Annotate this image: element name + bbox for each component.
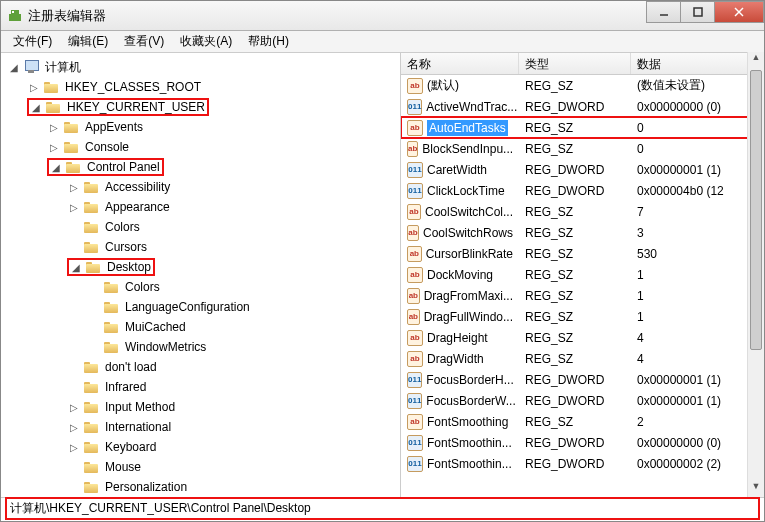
value-row[interactable]: ab(默认)REG_SZ(数值未设置): [401, 75, 764, 96]
string-value-icon: ab: [407, 141, 418, 157]
value-row[interactable]: abDragWidthREG_SZ4: [401, 348, 764, 369]
value-data: 0: [631, 121, 764, 135]
value-type: REG_DWORD: [519, 394, 631, 408]
menu-help[interactable]: 帮助(H): [240, 31, 297, 52]
maximize-button[interactable]: [680, 1, 715, 23]
tree-personalization[interactable]: Personalization: [103, 480, 189, 494]
value-row[interactable]: 011FontSmoothin...REG_DWORD0x00000000 (0…: [401, 432, 764, 453]
expand-icon[interactable]: ▷: [27, 80, 41, 94]
tree-international[interactable]: International: [103, 420, 173, 434]
value-row[interactable]: 011ActiveWndTrac...REG_DWORD0x00000000 (…: [401, 96, 764, 117]
tree-console[interactable]: Console: [83, 140, 131, 154]
scroll-down-icon[interactable]: ▼: [748, 481, 764, 497]
value-row[interactable]: 011CaretWidthREG_DWORD0x00000001 (1): [401, 159, 764, 180]
value-row[interactable]: abDragHeightREG_SZ4: [401, 327, 764, 348]
expand-icon[interactable]: ▷: [67, 400, 81, 414]
folder-icon: [104, 320, 120, 334]
tree-infrared[interactable]: Infrared: [103, 380, 148, 394]
value-row[interactable]: abCursorBlinkRateREG_SZ530: [401, 243, 764, 264]
menu-edit[interactable]: 编辑(E): [60, 31, 116, 52]
folder-icon: [84, 180, 100, 194]
string-value-icon: ab: [407, 288, 420, 304]
value-row[interactable]: 011FocusBorderH...REG_DWORD0x00000001 (1…: [401, 369, 764, 390]
value-row[interactable]: 011FontSmoothin...REG_DWORD0x00000002 (2…: [401, 453, 764, 474]
folder-icon: [84, 240, 100, 254]
tree-colors[interactable]: Colors: [103, 220, 142, 234]
menu-favorites[interactable]: 收藏夹(A): [172, 31, 240, 52]
tree-windowmetrics[interactable]: WindowMetrics: [123, 340, 208, 354]
value-type: REG_DWORD: [519, 373, 631, 387]
value-row[interactable]: 011FocusBorderW...REG_DWORD0x00000001 (1…: [401, 390, 764, 411]
binary-value-icon: 011: [407, 183, 423, 199]
value-name: CursorBlinkRate: [426, 247, 513, 261]
value-row[interactable]: 011ClickLockTimeREG_DWORD0x000004b0 (12: [401, 180, 764, 201]
value-row[interactable]: abCoolSwitchCol...REG_SZ7: [401, 201, 764, 222]
tree-accessibility[interactable]: Accessibility: [103, 180, 172, 194]
expand-icon[interactable]: ▷: [67, 420, 81, 434]
collapse-icon[interactable]: ◢: [29, 100, 43, 114]
col-name[interactable]: 名称: [401, 53, 519, 74]
collapse-icon[interactable]: ◢: [7, 60, 21, 74]
value-row[interactable]: abAutoEndTasksREG_SZ0: [401, 117, 764, 138]
value-data: 0x000004b0 (12: [631, 184, 764, 198]
value-row[interactable]: abDragFullWindo...REG_SZ1: [401, 306, 764, 327]
value-row[interactable]: abBlockSendInpu...REG_SZ0: [401, 138, 764, 159]
menu-view[interactable]: 查看(V): [116, 31, 172, 52]
value-type: REG_DWORD: [519, 184, 631, 198]
expand-icon[interactable]: ▷: [67, 180, 81, 194]
string-value-icon: ab: [407, 351, 423, 367]
scrollbar[interactable]: ▲ ▼: [747, 52, 764, 497]
expand-icon[interactable]: ▷: [67, 200, 81, 214]
tree-cursors[interactable]: Cursors: [103, 240, 149, 254]
value-data: 1: [631, 310, 764, 324]
value-type: REG_SZ: [519, 247, 631, 261]
folder-icon: [84, 220, 100, 234]
collapse-icon[interactable]: ◢: [49, 160, 63, 174]
folder-icon: [84, 420, 100, 434]
col-data[interactable]: 数据: [631, 53, 764, 74]
tree-hkcr[interactable]: HKEY_CLASSES_ROOT: [63, 80, 203, 94]
collapse-icon[interactable]: ◢: [69, 260, 83, 274]
tree-langconfig[interactable]: LanguageConfiguration: [123, 300, 252, 314]
string-value-icon: ab: [407, 246, 422, 262]
tree-hkcu[interactable]: HKEY_CURRENT_USER: [65, 100, 207, 114]
value-row[interactable]: abFontSmoothingREG_SZ2: [401, 411, 764, 432]
titlebar: 注册表编辑器: [1, 1, 764, 31]
values-list[interactable]: 名称 类型 数据 ab(默认)REG_SZ(数值未设置)011ActiveWnd…: [401, 53, 764, 497]
tree-root[interactable]: 计算机: [43, 59, 83, 76]
tree-desktop-colors[interactable]: Colors: [123, 280, 162, 294]
tree-controlpanel[interactable]: Control Panel: [85, 160, 162, 174]
tree-dontload[interactable]: don't load: [103, 360, 159, 374]
value-data: 3: [631, 226, 764, 240]
expand-icon[interactable]: ▷: [47, 120, 61, 134]
tree-inputmethod[interactable]: Input Method: [103, 400, 177, 414]
tree-keyboard[interactable]: Keyboard: [103, 440, 158, 454]
window-title: 注册表编辑器: [28, 7, 106, 25]
value-type: REG_SZ: [519, 331, 631, 345]
string-value-icon: ab: [407, 414, 423, 430]
binary-value-icon: 011: [407, 162, 423, 178]
tree-desktop[interactable]: Desktop: [105, 260, 153, 274]
tree-appevents[interactable]: AppEvents: [83, 120, 145, 134]
tree-mouse[interactable]: Mouse: [103, 460, 143, 474]
close-button[interactable]: [714, 1, 764, 23]
folder-icon: [86, 260, 102, 274]
tree-appearance[interactable]: Appearance: [103, 200, 172, 214]
tree-muicached[interactable]: MuiCached: [123, 320, 188, 334]
expand-icon[interactable]: ▷: [67, 440, 81, 454]
folder-icon: [84, 460, 100, 474]
value-name: BlockSendInpu...: [422, 142, 513, 156]
col-type[interactable]: 类型: [519, 53, 631, 74]
value-row[interactable]: abCoolSwitchRowsREG_SZ3: [401, 222, 764, 243]
minimize-button[interactable]: [646, 1, 681, 23]
tree-panel[interactable]: ◢ 计算机 ▷ HKEY_CLASSES_ROOT ◢ HKEY_CURRENT…: [1, 53, 401, 497]
scroll-up-icon[interactable]: ▲: [748, 52, 764, 68]
expand-icon[interactable]: ▷: [47, 140, 61, 154]
folder-icon: [84, 200, 100, 214]
value-data: 0: [631, 142, 764, 156]
value-row[interactable]: abDockMovingREG_SZ1: [401, 264, 764, 285]
scroll-thumb[interactable]: [750, 70, 762, 350]
value-type: REG_SZ: [519, 205, 631, 219]
value-row[interactable]: abDragFromMaxi...REG_SZ1: [401, 285, 764, 306]
menu-file[interactable]: 文件(F): [5, 31, 60, 52]
